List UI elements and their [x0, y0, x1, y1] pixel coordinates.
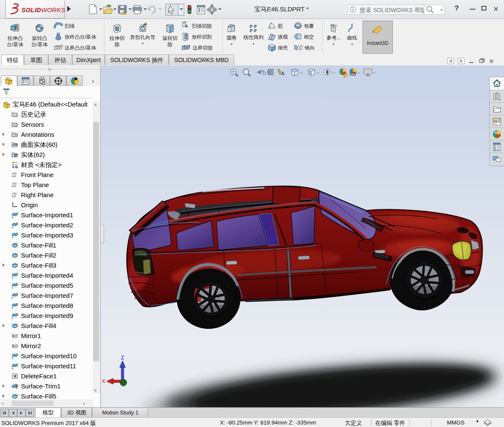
svg-text:X: X	[102, 378, 105, 385]
svg-text:Y: Y	[122, 383, 125, 387]
svg-text:A: A	[281, 71, 285, 76]
svg-text:Z: Z	[121, 355, 124, 361]
